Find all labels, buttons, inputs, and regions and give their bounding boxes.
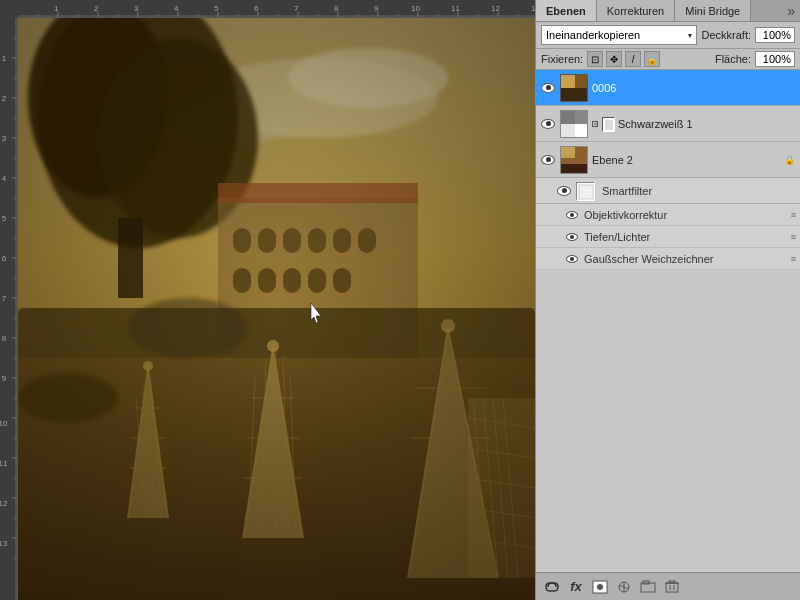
- layers-empty-space: [536, 270, 800, 350]
- svg-text:4: 4: [174, 4, 179, 13]
- layer-thumbnail-0006: [560, 74, 588, 102]
- svg-rect-158: [561, 164, 587, 174]
- fix-icon-lock[interactable]: 🔒: [644, 51, 660, 67]
- toolbar-delete-icon[interactable]: [662, 577, 682, 597]
- svg-text:12: 12: [0, 499, 8, 508]
- svg-text:3: 3: [134, 4, 139, 13]
- ruler-left: 1 2 3 4 5 6 7 8 9: [0, 18, 18, 600]
- ruler-top-svg: // Ticks will be drawn via SVG inline 1 …: [18, 0, 535, 17]
- visibility-icon-sw[interactable]: [540, 116, 556, 132]
- filter-name-objektivkorrektur: Objektivkorrektur: [584, 209, 787, 221]
- visibility-icon-0006[interactable]: [540, 80, 556, 96]
- flaeche-value[interactable]: 100%: [755, 51, 795, 67]
- tab-mini-bridge[interactable]: Mini Bridge: [675, 0, 751, 21]
- layer-name-e2: Ebene 2: [592, 154, 778, 166]
- svg-rect-40: [0, 18, 17, 600]
- layer-thumbnail-e2: [560, 146, 588, 174]
- visibility-icon-tiefen[interactable]: [564, 229, 580, 245]
- svg-rect-161: [579, 185, 593, 199]
- opacity-label: Deckkraft:: [701, 29, 751, 41]
- canvas-image: [18, 18, 535, 600]
- tab-bar: Ebenen Korrekturen Mini Bridge »: [536, 0, 800, 22]
- filter-name-gausscher: Gaußscher Weichzeichner: [584, 253, 787, 265]
- toolbar-adjustment-icon[interactable]: [614, 577, 634, 597]
- tab-korrekturen[interactable]: Korrekturen: [597, 0, 675, 21]
- svg-rect-156: [605, 120, 613, 130]
- visibility-icon-smart[interactable]: [556, 183, 572, 199]
- svg-text:11: 11: [0, 459, 8, 468]
- layer-row-0006[interactable]: 0006: [536, 70, 800, 106]
- svg-point-163: [597, 584, 603, 590]
- opacity-value[interactable]: 100%: [755, 27, 795, 43]
- main-container: // Ticks will be drawn via SVG inline 1 …: [0, 0, 800, 600]
- svg-text:9: 9: [2, 374, 7, 383]
- filter-row-gausscher[interactable]: Gaußscher Weichzeichner ≡: [536, 248, 800, 270]
- svg-text:1: 1: [54, 4, 59, 13]
- svg-text:13: 13: [531, 4, 535, 13]
- svg-text:10: 10: [411, 4, 420, 13]
- fix-label: Fixieren:: [541, 53, 583, 65]
- toolbar-group-icon[interactable]: [638, 577, 658, 597]
- visibility-icon-objektivkorrektur[interactable]: [564, 207, 580, 223]
- canvas-area: // Ticks will be drawn via SVG inline 1 …: [0, 0, 535, 600]
- svg-text:2: 2: [94, 4, 99, 13]
- filter-row-tiefen[interactable]: Tiefen/Lichter ≡: [536, 226, 800, 248]
- filter-row-objektivkorrektur[interactable]: Objektivkorrektur ≡: [536, 204, 800, 226]
- filter-icon-gausscher: ≡: [791, 254, 796, 264]
- svg-text:8: 8: [334, 4, 339, 13]
- blend-mode-select[interactable]: Ineinanderkopieren: [541, 25, 697, 45]
- svg-text:5: 5: [2, 214, 7, 223]
- toolbar-fx-icon[interactable]: fx: [566, 577, 586, 597]
- toolbar-link-icon[interactable]: [542, 577, 562, 597]
- svg-rect-151: [561, 74, 575, 88]
- layer-lock-icon: 🔒: [782, 153, 796, 167]
- svg-text:6: 6: [254, 4, 259, 13]
- chain-link: [592, 121, 598, 127]
- svg-text:1: 1: [2, 54, 7, 63]
- layers-list: 0006: [536, 70, 800, 572]
- filter-name-tiefen: Tiefen/Lichter: [584, 231, 787, 243]
- svg-text:9: 9: [374, 4, 379, 13]
- layer-row-schwarzweiss[interactable]: Schwarzweiß 1: [536, 106, 800, 142]
- mask-thumbnail-sw: [602, 117, 614, 131]
- visibility-icon-e2[interactable]: [540, 152, 556, 168]
- layer-toolbar: fx: [536, 572, 800, 600]
- svg-rect-159: [561, 146, 575, 158]
- smartfilter-thumbnail: [576, 182, 594, 200]
- svg-text:13: 13: [0, 539, 8, 548]
- panels-area: Ebenen Korrekturen Mini Bridge » Ineinan…: [535, 0, 800, 600]
- svg-text:7: 7: [2, 294, 7, 303]
- fix-icon-brush[interactable]: /: [625, 51, 641, 67]
- svg-text:11: 11: [451, 4, 460, 13]
- toolbar-mask-icon[interactable]: [590, 577, 610, 597]
- photo-svg: [18, 18, 535, 600]
- svg-text:6: 6: [2, 254, 7, 263]
- flaeche-label: Fläche:: [715, 53, 751, 65]
- svg-text:12: 12: [491, 4, 500, 13]
- svg-text:10: 10: [0, 419, 8, 428]
- svg-rect-147: [18, 18, 535, 600]
- svg-text:2: 2: [2, 94, 7, 103]
- layer-name-0006: 0006: [592, 82, 796, 94]
- fix-icon-position[interactable]: ⊡: [587, 51, 603, 67]
- filter-icon-objektivkorrektur: ≡: [791, 210, 796, 220]
- visibility-icon-gausscher[interactable]: [564, 251, 580, 267]
- svg-rect-167: [666, 583, 678, 592]
- tab-ebenen[interactable]: Ebenen: [536, 0, 597, 21]
- fix-icons: ⊡ ✥ / 🔒: [587, 51, 660, 67]
- tab-expand[interactable]: »: [782, 0, 800, 21]
- ruler-corner: [0, 0, 18, 18]
- svg-rect-150: [561, 88, 587, 102]
- ruler-top: // Ticks will be drawn via SVG inline 1 …: [18, 0, 535, 18]
- layer-row-ebene2[interactable]: Ebene 2 🔒: [536, 142, 800, 178]
- smartfilter-label: Smartfilter: [602, 185, 652, 197]
- svg-text:4: 4: [2, 174, 7, 183]
- svg-text:8: 8: [2, 334, 7, 343]
- blend-mode-row: Ineinanderkopieren Deckkraft: 100%: [536, 22, 800, 49]
- fix-icon-move[interactable]: ✥: [606, 51, 622, 67]
- layer-thumbnail-sw: [560, 110, 588, 138]
- ruler-left-svg: 1 2 3 4 5 6 7 8 9: [0, 18, 17, 600]
- svg-text:5: 5: [214, 4, 219, 13]
- smartfilter-section: Smartfilter Objektivkorrektur ≡: [536, 178, 800, 270]
- svg-rect-169: [669, 581, 675, 583]
